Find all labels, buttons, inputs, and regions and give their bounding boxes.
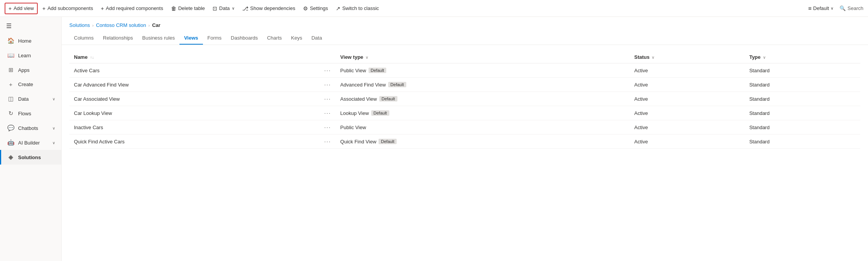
breadcrumb-crm-solution[interactable]: Contoso CRM solution	[96, 22, 146, 28]
hamburger-icon: ☰	[6, 23, 12, 29]
sidebar-item-home[interactable]: 🏠 Home	[0, 33, 61, 48]
tab-views[interactable]: Views	[179, 32, 203, 45]
sidebar: ☰ 🏠 Home 📖 Learn ⊞ Apps + Create ◫ Data …	[0, 17, 62, 261]
row-actions[interactable]: ···	[320, 106, 336, 120]
row-name: Quick Find Active Cars	[69, 135, 320, 149]
type-filter-icon: ∨	[763, 55, 766, 60]
sidebar-item-label: Learn	[18, 53, 31, 58]
col-status-header[interactable]: Status ∨	[630, 51, 745, 63]
tab-business-rules[interactable]: Business rules	[137, 32, 179, 45]
row-status: Active	[630, 106, 745, 120]
data-nav-icon: ◫	[7, 95, 14, 102]
toolbar: + Add view + Add subcomponents + Add req…	[0, 0, 868, 17]
data-button[interactable]: ⊡ Data ∨	[209, 3, 237, 13]
list-icon: ≡	[808, 5, 812, 12]
add-subcomponents-icon: +	[42, 5, 45, 12]
tab-dashboards[interactable]: Dashboards	[226, 32, 262, 45]
row-name: Active Cars	[69, 63, 320, 78]
delete-table-button[interactable]: 🗑 Delete table	[168, 3, 208, 13]
sidebar-item-label: Flows	[18, 111, 31, 116]
row-view-type: Public ViewDefault	[336, 63, 630, 78]
col-name-header[interactable]: Name ↑↓	[69, 51, 320, 63]
add-view-button[interactable]: + Add view	[5, 3, 38, 14]
views-table: Name ↑↓ View type ∨ Status ∨	[69, 51, 860, 149]
sidebar-item-apps[interactable]: ⊞ Apps	[0, 63, 61, 77]
breadcrumb-current: Car	[152, 22, 161, 28]
col-type-header[interactable]: Type ∨	[745, 51, 860, 63]
add-subcomponents-button[interactable]: + Add subcomponents	[39, 3, 96, 13]
sidebar-item-solutions[interactable]: ◈ Solutions	[0, 150, 61, 165]
col-viewtype-header[interactable]: View type ∨	[336, 51, 630, 63]
table-row[interactable]: Inactive Cars···Public ViewActiveStandar…	[69, 120, 860, 135]
row-status: Active	[630, 120, 745, 135]
row-type: Standard	[745, 78, 860, 92]
row-type: Standard	[745, 63, 860, 78]
sidebar-item-chatbots[interactable]: 💬 Chatbots ∨	[0, 121, 61, 135]
toolbar-right: ≡ Default ∨ 🔍 Search	[805, 3, 863, 13]
main-layout: ☰ 🏠 Home 📖 Learn ⊞ Apps + Create ◫ Data …	[0, 17, 868, 261]
default-badge: Default	[379, 139, 397, 144]
default-chevron-icon: ∨	[831, 6, 833, 10]
row-view-type: Lookup ViewDefault	[336, 106, 630, 120]
row-view-type: Quick Find ViewDefault	[336, 135, 630, 149]
sidebar-item-learn[interactable]: 📖 Learn	[0, 48, 61, 63]
settings-label: Settings	[310, 5, 328, 11]
data-nav-chevron-icon: ∨	[52, 97, 55, 101]
switch-classic-button[interactable]: ↗ Switch to classic	[333, 3, 382, 13]
row-actions[interactable]: ···	[320, 78, 336, 92]
table-row[interactable]: Car Associated View···Associated ViewDef…	[69, 92, 860, 106]
tabs-bar: Columns Relationships Business rules Vie…	[62, 32, 868, 45]
row-actions[interactable]: ···	[320, 63, 336, 78]
row-name: Car Advanced Find View	[69, 78, 320, 92]
sidebar-item-label: AI Builder	[18, 140, 40, 146]
table-row[interactable]: Quick Find Active Cars···Quick Find View…	[69, 135, 860, 149]
learn-icon: 📖	[7, 52, 14, 59]
add-icon: +	[8, 5, 12, 12]
row-view-type: Public View	[336, 120, 630, 135]
row-status: Active	[630, 92, 745, 106]
table-row[interactable]: Car Lookup View···Lookup ViewDefaultActi…	[69, 106, 860, 120]
tab-keys[interactable]: Keys	[287, 32, 307, 45]
data-chevron-icon: ∨	[232, 6, 235, 10]
delete-icon: 🗑	[171, 5, 176, 12]
sidebar-item-label: Chatbots	[18, 125, 38, 131]
default-badge: Default	[371, 110, 389, 116]
sidebar-item-create[interactable]: + Create	[0, 77, 61, 91]
breadcrumb: Solutions › Contoso CRM solution › Car	[62, 17, 868, 32]
tab-charts[interactable]: Charts	[262, 32, 286, 45]
sidebar-hamburger[interactable]: ☰	[0, 18, 61, 33]
add-required-components-button[interactable]: + Add required components	[98, 3, 166, 13]
sidebar-item-flows[interactable]: ↻ Flows	[0, 106, 61, 121]
show-dependencies-button[interactable]: ⎇ Show dependencies	[239, 3, 298, 13]
tab-relationships[interactable]: Relationships	[98, 32, 137, 45]
data-label: Data	[219, 5, 230, 11]
sidebar-item-label: Apps	[18, 67, 30, 73]
solutions-icon: ◈	[7, 154, 14, 161]
tab-data[interactable]: Data	[307, 32, 327, 45]
table-row[interactable]: Active Cars···Public ViewDefaultActiveSt…	[69, 63, 860, 78]
row-actions[interactable]: ···	[320, 92, 336, 106]
create-icon: +	[7, 81, 14, 88]
row-actions[interactable]: ···	[320, 135, 336, 149]
tab-columns[interactable]: Columns	[69, 32, 98, 45]
row-name: Car Lookup View	[69, 106, 320, 120]
sidebar-item-data[interactable]: ◫ Data ∨	[0, 91, 61, 106]
content-area: Solutions › Contoso CRM solution › Car C…	[62, 17, 868, 261]
delete-table-label: Delete table	[178, 5, 205, 11]
settings-button[interactable]: ⚙ Settings	[300, 3, 331, 13]
row-actions[interactable]: ···	[320, 120, 336, 135]
sidebar-item-ai-builder[interactable]: 🤖 AI Builder ∨	[0, 135, 61, 150]
add-subcomponents-label: Add subcomponents	[47, 5, 93, 11]
default-label: Default	[813, 5, 829, 11]
search-label: Search	[848, 5, 863, 11]
search-area[interactable]: 🔍 Search	[840, 5, 863, 11]
chatbots-chevron-icon: ∨	[52, 126, 55, 130]
table-row[interactable]: Car Advanced Find View···Advanced Find V…	[69, 78, 860, 92]
search-icon: 🔍	[840, 5, 846, 11]
default-dropdown-button[interactable]: ≡ Default ∨	[805, 3, 836, 13]
tab-forms[interactable]: Forms	[203, 32, 226, 45]
sidebar-item-label: Create	[18, 81, 33, 87]
breadcrumb-solutions[interactable]: Solutions	[69, 22, 90, 28]
ai-builder-chevron-icon: ∨	[52, 141, 55, 145]
row-status: Active	[630, 78, 745, 92]
